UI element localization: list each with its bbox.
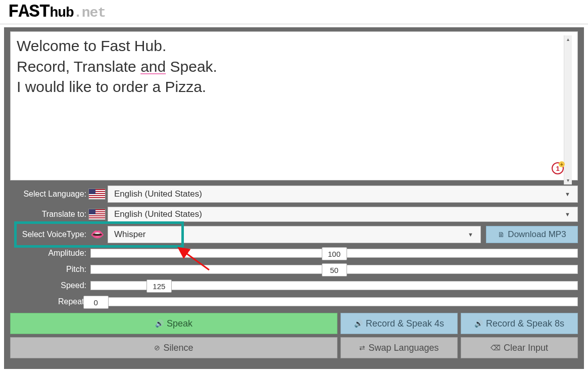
swap-languages-button[interactable]: ⇄ Swap Languages <box>340 337 458 358</box>
site-header: FAST hub .net <box>0 0 588 24</box>
pitch-slider[interactable]: 50 <box>90 265 578 274</box>
speaker-icon: 🔊 <box>354 319 363 328</box>
file-icon: 🗎 <box>498 230 505 239</box>
spellcheck-underline: and <box>140 58 166 75</box>
lips-icon: 👄 <box>88 229 106 240</box>
voice-select[interactable]: Whisper ▼ <box>108 226 481 243</box>
speed-handle[interactable]: 125 <box>146 280 172 293</box>
repeat-handle[interactable]: 0 <box>83 296 109 309</box>
amplitude-label: Amplitude <box>10 249 88 258</box>
row-voice: Select VoiceType 👄 Whisper ▼ 🗎 Download … <box>10 226 578 243</box>
logo-fast: FAST <box>8 2 50 22</box>
editor-line: Record, Translate and Speak. <box>17 57 571 77</box>
language-label: Select Language <box>10 190 88 199</box>
translate-label: Translate to <box>10 210 88 219</box>
editor-line: I would like to order a Pizza. <box>17 77 571 98</box>
us-flag-icon <box>88 209 106 220</box>
row-language: Select Language English (United States) … <box>10 185 578 203</box>
action-buttons: 🔊 Speak ⊘ Silence 🔊 Record & Speak 4s ⇄ … <box>10 313 578 358</box>
logo-net: .net <box>74 5 106 21</box>
chevron-down-icon: ▼ <box>468 231 473 238</box>
site-logo[interactable]: FAST hub .net <box>8 2 106 22</box>
speak-button[interactable]: 🔊 Speak <box>10 313 337 334</box>
language-select[interactable]: English (United States) ▼ <box>108 185 578 203</box>
app-container: Welcome to Fast Hub. Record, Translate a… <box>4 27 584 369</box>
vertical-scrollbar[interactable] <box>564 35 572 184</box>
translate-select[interactable]: English (United States) ▼ <box>108 207 578 222</box>
clear-icon: ⌫ <box>491 344 501 352</box>
swap-icon: ⇄ <box>359 344 365 352</box>
voice-label: Select VoiceType <box>10 230 88 239</box>
speaker-icon: 🔊 <box>155 319 164 328</box>
voice-select-value: Whisper <box>114 229 145 240</box>
translate-select-value: English (United States) <box>114 209 202 219</box>
language-select-value: English (United States) <box>114 189 202 199</box>
repeat-label: Repeat <box>10 297 88 306</box>
controls: Select Language English (United States) … <box>10 185 578 309</box>
row-repeat: Repeat 0 <box>10 295 578 309</box>
chevron-down-icon: ▼ <box>565 211 570 217</box>
notification-badge[interactable]: 1 <box>552 162 564 174</box>
row-pitch: Pitch 50 <box>10 262 578 276</box>
editor-line: Welcome to Fast Hub. <box>17 36 571 57</box>
mute-icon: ⊘ <box>154 344 160 352</box>
silence-button[interactable]: ⊘ Silence <box>10 337 337 358</box>
logo-hub: hub <box>50 5 73 21</box>
row-amplitude: Amplitude 100 <box>10 246 578 260</box>
text-input-area[interactable]: Welcome to Fast Hub. Record, Translate a… <box>10 31 578 180</box>
repeat-slider[interactable]: 0 <box>90 297 578 306</box>
chevron-down-icon: ▼ <box>565 191 570 197</box>
record-8s-button[interactable]: 🔊 Record & Speak 8s <box>461 313 578 334</box>
speaker-icon: 🔊 <box>474 319 483 328</box>
amplitude-handle[interactable]: 100 <box>322 247 347 260</box>
pitch-handle[interactable]: 50 <box>322 263 347 276</box>
clear-input-button[interactable]: ⌫ Clear Input <box>461 337 578 358</box>
speed-label: Speed <box>10 281 88 290</box>
row-speed: Speed 125 <box>10 278 578 293</box>
record-4s-button[interactable]: 🔊 Record & Speak 4s <box>340 313 458 334</box>
us-flag-icon <box>88 189 106 200</box>
speed-slider[interactable]: 125 <box>90 281 578 290</box>
amplitude-slider[interactable]: 100 <box>90 249 578 258</box>
download-mp3-button[interactable]: 🗎 Download MP3 <box>486 226 578 243</box>
pitch-label: Pitch <box>10 265 88 274</box>
editor-wrap: Welcome to Fast Hub. Record, Translate a… <box>10 31 578 180</box>
row-translate: Translate to English (United States) ▼ <box>10 206 578 223</box>
